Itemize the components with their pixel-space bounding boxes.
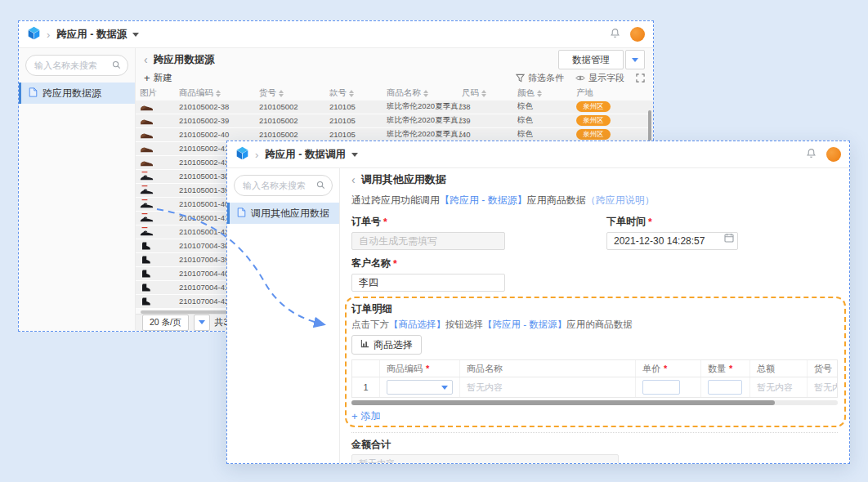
page-size-select[interactable]: 20 条/页	[142, 315, 189, 331]
customer-label: 客户名称	[351, 257, 391, 270]
item-no-cell: 210105002	[259, 116, 329, 125]
page-title-row: ‹ 跨应用数据源	[144, 53, 215, 67]
column-header[interactable]: 颜色	[517, 87, 576, 99]
back-chevron-icon[interactable]: ‹	[144, 53, 148, 66]
column-header[interactable]: 产地	[576, 87, 637, 99]
product-image-cell	[140, 297, 179, 306]
product-photo-boot	[140, 297, 152, 306]
new-record-button[interactable]: 新建	[144, 72, 172, 84]
product-image-cell	[140, 117, 179, 125]
search-input[interactable]	[33, 60, 112, 71]
color-cell: 棕色	[517, 115, 576, 126]
customer-input[interactable]	[351, 274, 505, 292]
breadcrumb-separator: ›	[255, 149, 258, 161]
unit-price-input[interactable]	[642, 380, 680, 395]
detail-title: 订单明细	[351, 302, 838, 316]
vertical-scrollbar[interactable]	[648, 110, 651, 141]
product-photo-sandal	[140, 213, 154, 222]
column-header[interactable]: 图片	[140, 87, 179, 99]
fullscreen-button[interactable]	[636, 74, 645, 83]
column-header[interactable]: 款号	[329, 87, 387, 99]
product-photo-boot	[140, 269, 152, 279]
row-index: 1	[352, 377, 380, 397]
filter-button[interactable]: 筛选条件	[516, 72, 564, 84]
sidebar-search	[25, 55, 128, 76]
sort-icon[interactable]	[279, 90, 284, 97]
chevron-down-icon	[199, 320, 205, 324]
add-row-link[interactable]: 添加	[351, 409, 381, 423]
cross-app-help-link[interactable]: （跨应用说明）	[586, 194, 655, 206]
product-image-cell	[140, 213, 179, 222]
product-code-cell: 210105002-40	[179, 130, 259, 139]
sidebar-item-call-data[interactable]: 调用其他应用数据	[227, 203, 339, 224]
origin-cell: 泉州区	[576, 101, 637, 112]
column-header[interactable]: 商品编码	[179, 87, 259, 99]
app-logo-cube-icon	[235, 146, 249, 163]
sort-icon[interactable]	[349, 90, 354, 97]
required-asterisk: *	[426, 364, 429, 373]
column-header[interactable]: 货号	[259, 87, 329, 99]
size-cell: 40	[462, 130, 517, 139]
column-header[interactable]: 商品名称	[387, 87, 462, 99]
product-image-cell	[140, 227, 179, 236]
window-data-call: › 跨应用 - 数据调用 调用	[226, 141, 850, 464]
sidebar-item-data-source[interactable]: 跨应用数据源	[19, 83, 135, 104]
item-no-cell: 暂无内容	[808, 377, 838, 397]
chevron-down-icon[interactable]	[351, 153, 358, 157]
display-fields-button[interactable]: 显示字段	[575, 72, 624, 84]
page-title-row: ‹ 调用其他应用数据	[351, 172, 838, 187]
table-row[interactable]: 210105002-38 210105002 210105 班比帝伦2020夏季…	[136, 100, 653, 114]
data-source-link: 【跨应用 - 数据源】	[483, 319, 566, 329]
app-title[interactable]: 跨应用 - 数据调用	[265, 148, 346, 162]
horizontal-scrollbar-track	[351, 400, 838, 405]
total-input[interactable]: 暂无内容	[351, 454, 619, 463]
product-image-cell	[140, 241, 179, 251]
order-time-input[interactable]	[606, 232, 738, 250]
sort-icon[interactable]	[537, 90, 542, 97]
app-header: › 跨应用 - 数据调用	[227, 141, 849, 168]
data-manage-split-button: 数据管理	[558, 50, 645, 69]
sort-icon[interactable]	[481, 90, 486, 97]
search-icon[interactable]	[316, 178, 325, 193]
table-row[interactable]: 210105002-39 210105002 210105 班比帝伦2020夏季…	[136, 114, 653, 128]
back-chevron-icon[interactable]: ‹	[351, 173, 356, 186]
notification-bell-icon[interactable]	[806, 147, 817, 162]
sort-icon[interactable]	[216, 90, 221, 97]
product-select-button[interactable]: 商品选择	[351, 335, 422, 355]
avatar[interactable]	[630, 27, 645, 42]
table-row[interactable]: 210105002-40 210105002 210105 班比帝伦2020夏季…	[136, 128, 653, 142]
search-input[interactable]	[241, 180, 316, 191]
item-no-cell: 210105002	[259, 130, 329, 139]
avatar[interactable]	[826, 147, 841, 162]
search-icon[interactable]	[112, 58, 121, 73]
column-header: 货号	[808, 360, 838, 377]
data-source-link[interactable]: 【跨应用 - 数据源】	[440, 194, 527, 206]
order-time-label: 下单时间	[606, 215, 646, 229]
calendar-icon[interactable]	[724, 231, 734, 246]
data-manage-button[interactable]: 数据管理	[558, 50, 624, 69]
required-asterisk: *	[383, 216, 387, 228]
product-image-cell	[140, 145, 179, 153]
column-header[interactable]: 尺码	[462, 87, 517, 99]
color-cell: 棕色	[517, 101, 576, 112]
product-code-select[interactable]	[387, 380, 453, 395]
app-logo-cube-icon	[27, 26, 41, 43]
page-title: 调用其他应用数据	[361, 172, 446, 187]
chevron-down-icon[interactable]	[132, 33, 139, 37]
notification-bell-icon[interactable]	[610, 27, 620, 42]
quantity-input[interactable]	[708, 380, 742, 395]
page-size-caret-button[interactable]	[194, 315, 210, 331]
app-title[interactable]: 跨应用 - 数据源	[56, 28, 127, 42]
order-no-input[interactable]	[351, 232, 505, 250]
data-manage-caret-button[interactable]	[625, 50, 645, 69]
origin-badge: 泉州区	[576, 115, 611, 126]
product-photo-sandal	[140, 185, 154, 194]
sort-icon[interactable]	[423, 90, 428, 97]
product-image-cell	[140, 199, 179, 208]
order-time-field: 下单时间*	[606, 215, 738, 250]
product-image-cell	[140, 158, 179, 167]
product-photo-loafer	[140, 117, 154, 125]
required-asterisk: *	[729, 364, 732, 373]
horizontal-scrollbar[interactable]	[351, 400, 775, 405]
order-no-field: 订单号*	[351, 215, 838, 250]
